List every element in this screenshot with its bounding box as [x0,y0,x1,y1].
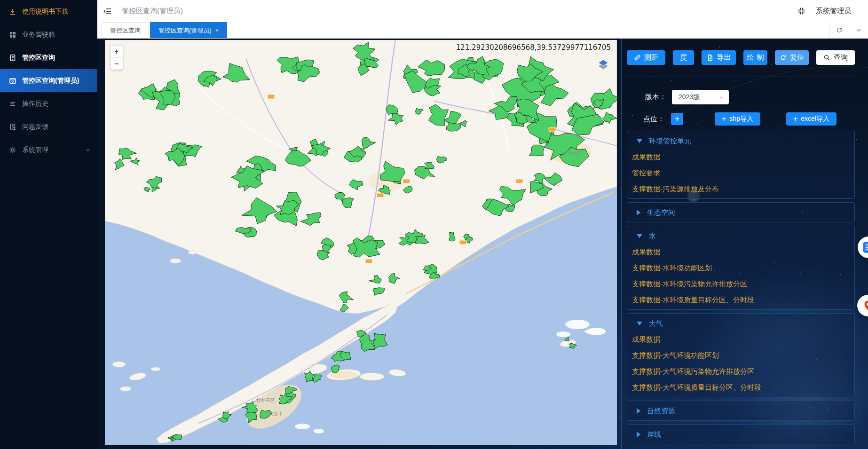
section-header[interactable]: 岸线 [632,430,849,439]
reset-icon [780,54,787,61]
section-header[interactable]: 生态空间 [632,208,849,217]
app-root: 使用说明书下载业务驾驶舱管控区查询管控区查询(管理员)操作历史问题反馈系统管理 … [0,0,868,449]
feedback-icon [9,123,16,131]
tab-label: 管控区查询(管理员) [158,26,212,35]
map-pin-icon [862,300,868,311]
sidebar-item-4[interactable]: 操作历史 [0,92,97,115]
sidebar-item-2[interactable]: 管控区查询 [0,46,97,69]
coordinate-readout: 121.29230208696568,39.53729977116705 [456,43,611,52]
triangle-down-icon [637,322,642,325]
zoom-in-button[interactable]: + [110,46,123,57]
section-header[interactable]: 自然资源 [632,407,849,415]
map-label: 光明山镇 [563,150,582,156]
chevron-down-icon [85,147,91,153]
sidebar-item-0[interactable]: 使用说明书下载 [0,0,97,23]
layer-item[interactable]: 成果数据 [632,335,849,344]
section-header[interactable]: 大气 [632,319,849,328]
sidebar-item-5[interactable]: 问题反馈 [0,115,97,138]
current-user[interactable]: 系统管理员 [816,7,851,16]
refresh-icon[interactable] [829,22,849,38]
layer-item[interactable]: 管控要求 [632,169,849,177]
toolbar-button-0[interactable]: 测距 [627,50,665,65]
triangle-right-icon [637,432,640,437]
toolbar-button-4[interactable]: 复位 [775,50,809,65]
version-row: 版本： 2023版 [627,90,855,104]
sidebar: 使用说明书下载业务驾驶舱管控区查询管控区查询(管理员)操作历史问题反馈系统管理 [0,0,97,449]
layer-item[interactable]: 支撑数据-水环境功能区划 [632,264,849,272]
layer-item[interactable]: 支撑数据-水环境质量目标分区、分时段 [632,296,849,304]
layer-item[interactable]: 成果数据 [632,153,849,161]
shp-import-label: shp导入 [729,115,753,123]
toolbar-button-3[interactable]: 绘制 [743,50,767,65]
layers-icon[interactable] [597,58,609,71]
version-select[interactable]: 2023版 [672,90,729,104]
section-title: 大气 [649,319,663,328]
version-label: 版本： [645,93,666,102]
close-icon[interactable]: × [215,27,219,34]
menu-fold-icon[interactable] [103,7,112,16]
layer-item[interactable]: 支撑数据-水环境污染物允许排放分区 [632,280,849,288]
sidebar-item-1[interactable]: 业务驾驶舱 [0,23,97,46]
content-area: 光明山镇 大连市 甘井子区 + − 121.29230208696568,39.… [97,38,868,449]
history-icon [9,100,16,108]
fullscreen-icon[interactable] [797,7,805,15]
layer-item[interactable]: 支撑数据-污染源排放及分布 [632,185,849,193]
gear-icon [9,146,16,154]
sidebar-item-label: 操作历史 [22,100,48,108]
plus-icon: + [722,115,726,123]
map-label: 大连市 [268,411,283,416]
points-row: 点位： + + shp导入 + excel导入 [627,112,855,126]
tab-strip: 管控区查询管控区查询(管理员)× [97,22,227,38]
download-icon [9,8,16,16]
chevron-down-icon [718,95,724,100]
plus-icon: + [793,115,797,123]
tab-bar-actions [829,22,868,38]
layer-item[interactable]: 支撑数据-大气环境污染物允许排放分区 [632,367,849,376]
add-point-button[interactable]: + [671,113,683,125]
toolbar-button-label: 绘制 [744,53,767,62]
excel-import-button[interactable]: + excel导入 [786,112,836,126]
page-title: 管控区查询(管理员) [122,7,183,16]
document-icon [9,54,16,62]
layer-item[interactable]: 支撑数据-大气环境质量目标分区、分时段 [632,383,849,392]
toolbar-button-5[interactable]: 查询 [816,50,855,65]
toolbar-button-2[interactable]: 导出 [702,50,736,65]
map-canvas[interactable]: 光明山镇 大连市 甘井子区 + − 121.29230208696568,39.… [105,40,617,445]
section-title: 生态空间 [647,208,675,217]
query-panel: 测距度导出绘制复位查询 版本： 2023版 点位： + + [621,38,868,449]
layer-item[interactable]: 支撑数据-大气环境功能区划 [632,351,849,360]
basemap: 光明山镇 大连市 甘井子区 [105,40,617,445]
tab-0[interactable]: 管控区查询 [102,22,149,38]
section-title: 岸线 [647,430,661,439]
section-header[interactable]: 水 [632,232,849,240]
toolbar-button-label: 测距 [644,53,658,62]
query-panel-inner: 测距度导出绘制复位查询 版本： 2023版 点位： + + [627,50,855,444]
layer-section-2: 水成果数据支撑数据-水环境功能区划支撑数据-水环境污染物允许排放分区支撑数据-水… [627,226,855,310]
search-icon [823,54,830,61]
sidebar-item-label: 问题反馈 [22,123,48,131]
points-label: 点位： [643,115,664,124]
map-label: 甘井子区 [256,398,275,403]
chevron-down-icon[interactable] [849,22,868,38]
triangle-down-icon [637,139,642,143]
toolbar-button-label: 导出 [717,53,731,62]
sidebar-item-label: 业务驾驶舱 [22,31,55,39]
map-zoom-control: + − [110,46,123,70]
toolbar-button-1[interactable]: 度 [673,50,694,65]
section-title: 自然资源 [647,407,675,416]
message-icon [863,242,868,253]
dashboard-icon [9,31,16,39]
sidebar-item-3[interactable]: 管控区查询(管理员) [0,69,97,92]
layer-section-3: 大气成果数据支撑数据-大气环境功能区划支撑数据-大气环境污染物允许排放分区支撑数… [627,313,855,397]
shp-import-button[interactable]: + shp导入 [715,112,760,126]
section-header[interactable]: 环境管控单元 [632,137,849,145]
sidebar-item-6[interactable]: 系统管理 [0,138,97,161]
tab-bar: 管控区查询管控区查询(管理员)× [97,22,868,39]
layer-sections: 环境管控单元成果数据管控要求支撑数据-污染源排放及分布生态空间水成果数据支撑数据… [627,131,855,444]
section-title: 水 [649,232,656,241]
layer-item[interactable]: 成果数据 [632,248,849,256]
tab-1[interactable]: 管控区查询(管理员)× [150,22,227,38]
zoom-out-button[interactable]: − [110,57,123,70]
sidebar-item-label: 系统管理 [22,146,48,154]
excel-import-label: excel导入 [801,115,829,123]
